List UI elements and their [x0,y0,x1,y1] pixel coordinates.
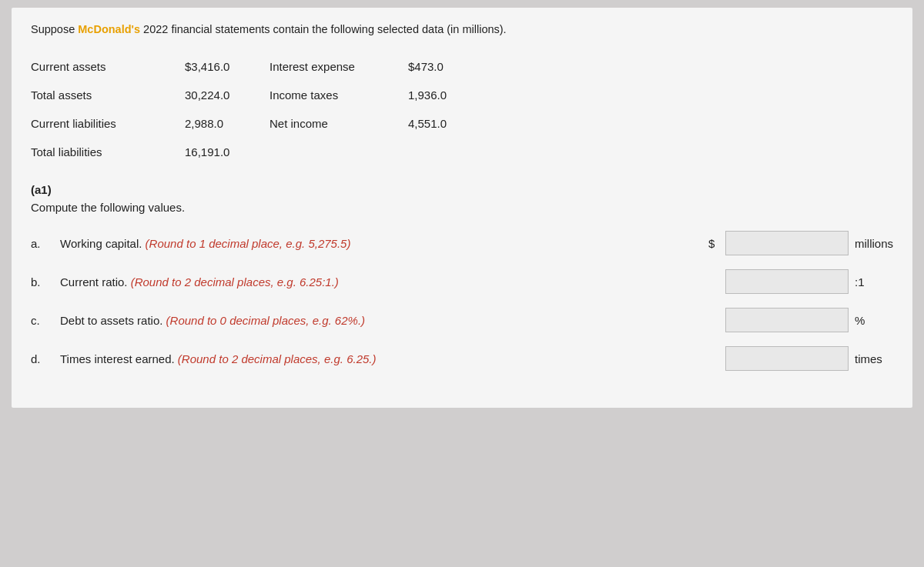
label-income-taxes: Income taxes [270,81,408,109]
question-row-a: a. Working capital. (Round to 1 decimal … [31,231,893,255]
financial-data-table: Current assets $3,416.0 Interest expense… [31,52,893,166]
compute-label: Compute the following values. [31,201,893,214]
q-text-b: Current ratio. (Round to 2 decimal place… [60,275,708,289]
dollar-sign-a: $ [708,237,721,250]
label-interest-expense: Interest expense [270,52,408,81]
answer-input-c[interactable] [725,308,849,332]
answer-input-d[interactable] [725,346,849,371]
q-text-italic-a: (Round to 1 decimal place, e.g. 5,275.5) [146,237,351,250]
spacer-d [708,352,721,365]
header-before: Suppose [31,23,78,35]
value-income-taxes: 1,936.0 [408,81,493,109]
page-container: Suppose McDonald's 2022 financial statem… [12,8,912,408]
spacer-c [708,314,721,327]
unit-c: % [855,314,893,327]
value-current-liabilities: 2,988.0 [185,109,270,138]
q-text-plain-a: Working capital. [60,237,146,250]
value-interest-expense: $473.0 [408,52,493,81]
q-text-italic-d: (Round to 2 decimal places, e.g. 6.25.) [178,352,377,365]
header-text: Suppose McDonald's 2022 financial statem… [31,23,893,35]
value-current-assets: $3,416.0 [185,52,270,81]
question-row-d: d. Times interest earned. (Round to 2 de… [31,346,893,371]
q-text-d: Times interest earned. (Round to 2 decim… [60,352,708,365]
unit-b: :1 [855,275,893,289]
q-text-plain-d: Times interest earned. [60,352,178,365]
question-row-b: b. Current ratio. (Round to 2 decimal pl… [31,269,893,294]
q-letter-d: d. [31,352,60,365]
value-total-liabilities: 16,191.0 [185,138,270,166]
section-a1-label: (a1) [31,183,893,196]
label-current-assets: Current assets [31,52,185,81]
questions-section: a. Working capital. (Round to 1 decimal … [31,231,893,371]
unit-a: millions [855,237,893,250]
q-text-a: Working capital. (Round to 1 decimal pla… [60,237,708,250]
answer-input-b[interactable] [725,269,849,294]
brand-name: McDonald's [78,23,140,35]
value-net-income: 4,551.0 [408,109,493,138]
header-after: 2022 financial statements contain the fo… [140,23,507,35]
value-total-assets: 30,224.0 [185,81,270,109]
q-text-italic-c: (Round to 0 decimal places, e.g. 62%.) [166,314,365,327]
q-letter-a: a. [31,237,60,250]
spacer-b [708,275,721,289]
unit-d: times [855,352,893,365]
q-text-plain-b: Current ratio. [60,275,131,289]
label-total-liabilities: Total liabilities [31,138,185,166]
q-text-c: Debt to assets ratio. (Round to 0 decima… [60,314,708,327]
question-row-c: c. Debt to assets ratio. (Round to 0 dec… [31,308,893,332]
label-net-income: Net income [270,109,408,138]
q-text-plain-c: Debt to assets ratio. [60,314,166,327]
answer-input-a[interactable] [725,231,849,255]
q-letter-b: b. [31,275,60,289]
label-current-liabilities: Current liabilities [31,109,185,138]
q-letter-c: c. [31,314,60,327]
q-text-italic-b: (Round to 2 decimal places, e.g. 6.25:1.… [131,275,339,289]
label-total-assets: Total assets [31,81,185,109]
